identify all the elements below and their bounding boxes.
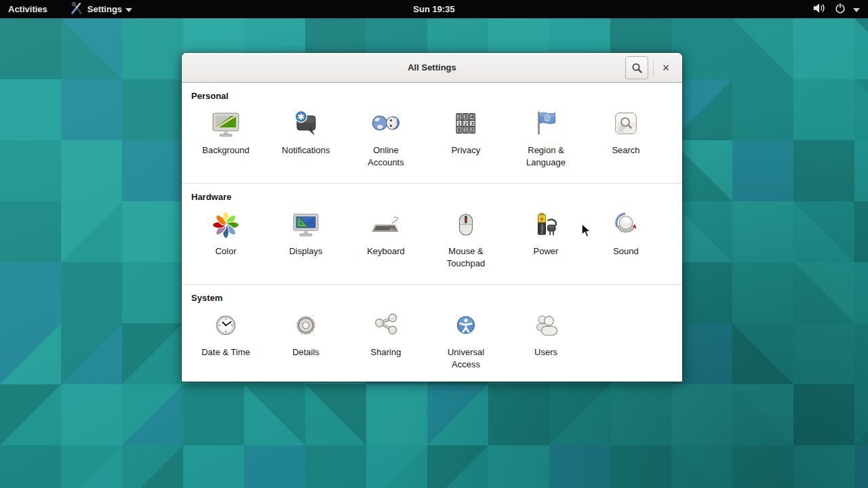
online-accounts-icon — [370, 107, 402, 140]
svg-text:0: 0 — [458, 127, 461, 133]
settings-item-users[interactable]: Users — [506, 309, 586, 370]
svg-text:✱: ✱ — [298, 112, 305, 122]
settings-item-privacy[interactable]: 2 1 0 3 2 1 4 3 2 Privacy — [426, 107, 506, 168]
privacy-icon: 2 1 0 3 2 1 4 3 2 — [450, 107, 482, 140]
item-label: Search — [612, 144, 639, 157]
section-title: System — [191, 293, 682, 304]
item-label: Displays — [289, 245, 322, 258]
system-status-area[interactable] — [810, 0, 863, 18]
svg-text:1: 1 — [458, 121, 461, 127]
settings-item-date-time[interactable]: Date & Time — [186, 309, 266, 370]
svg-text:2: 2 — [471, 127, 474, 133]
section-hardware: Hardware Color Displays Keyboard Mouse &… — [182, 183, 682, 284]
svg-text:2: 2 — [464, 121, 467, 127]
section-personal: Personal Background ✱Notifications Onlin… — [182, 83, 682, 183]
sound-icon — [610, 208, 642, 241]
notifications-icon: ✱ — [290, 107, 322, 140]
svg-text:3: 3 — [471, 121, 474, 127]
power-icon — [834, 2, 846, 16]
settings-item-background[interactable]: Background — [186, 107, 266, 168]
titlebar[interactable]: All Settings × — [182, 53, 682, 83]
section-system: System Date & Time Details Sharing Unive… — [182, 284, 682, 382]
settings-item-notifications[interactable]: ✱Notifications — [266, 107, 346, 168]
settings-item-region-language[interactable]: Region & Language — [506, 107, 586, 168]
background-icon — [210, 107, 242, 140]
svg-text:POWER: POWER — [541, 224, 544, 234]
universal-access-icon — [450, 309, 482, 342]
settings-app-icon — [69, 1, 84, 18]
svg-text:3: 3 — [464, 114, 467, 120]
app-menu-label: Settings — [87, 4, 122, 14]
settings-item-power[interactable]: POWER Power — [506, 208, 586, 269]
date-time-icon — [210, 309, 242, 342]
settings-item-sharing[interactable]: Sharing — [346, 309, 426, 370]
chevron-down-icon — [125, 4, 132, 14]
app-menu[interactable]: Settings — [65, 0, 136, 18]
item-label: Sound — [613, 245, 639, 258]
item-label: Sharing — [371, 346, 401, 359]
item-label: Region & Language — [515, 144, 577, 168]
top-bar: Activities Settings Sun 19:35 — [0, 0, 868, 18]
item-label: Color — [215, 245, 236, 258]
settings-item-mouse-touchpad[interactable]: Mouse & Touchpad — [426, 208, 506, 269]
search-icon — [626, 62, 648, 74]
item-label: Mouse & Touchpad — [435, 245, 497, 269]
search-button[interactable] — [625, 56, 648, 79]
item-label: Background — [202, 144, 249, 157]
color-icon — [210, 208, 242, 241]
item-label: Users — [534, 346, 557, 359]
svg-text:1: 1 — [464, 127, 467, 133]
item-label: Details — [292, 346, 319, 359]
section-title: Personal — [191, 91, 682, 102]
settings-item-search[interactable]: Search — [586, 107, 666, 168]
settings-window: All Settings × Personal Background ✱Noti… — [182, 53, 682, 382]
close-button[interactable]: × — [656, 56, 675, 79]
power-icon: POWER — [530, 208, 562, 241]
item-label: Notifications — [282, 144, 330, 157]
svg-text:2: 2 — [458, 114, 461, 120]
volume-icon — [812, 2, 827, 16]
item-label: Power — [534, 245, 559, 258]
settings-item-color[interactable]: Color — [186, 208, 266, 269]
activities-button[interactable]: Activities — [0, 0, 56, 18]
settings-item-displays[interactable]: Displays — [266, 208, 346, 269]
settings-item-universal-access[interactable]: Universal Access — [426, 309, 506, 370]
settings-item-sound[interactable]: Sound — [586, 208, 666, 269]
item-label: Universal Access — [435, 346, 497, 370]
titlebar-separator — [653, 60, 654, 76]
settings-panel: Personal Background ✱Notifications Onlin… — [182, 83, 682, 382]
item-label: Privacy — [452, 144, 481, 157]
clock-button[interactable]: Sun 19:35 — [405, 0, 462, 18]
svg-text:4: 4 — [471, 114, 474, 120]
users-icon — [530, 309, 562, 342]
item-label: Keyboard — [367, 245, 405, 258]
displays-icon — [290, 208, 322, 241]
settings-item-keyboard[interactable]: Keyboard — [346, 208, 426, 269]
chevron-down-icon — [853, 4, 860, 14]
keyboard-icon — [370, 208, 402, 241]
search-icon — [610, 107, 642, 140]
details-icon — [290, 309, 322, 342]
sharing-icon — [370, 309, 402, 342]
mouse-touchpad-icon — [450, 208, 482, 241]
window-title: All Settings — [182, 53, 682, 83]
section-title: Hardware — [191, 192, 682, 203]
item-label: Online Accounts — [355, 144, 417, 168]
item-label: Date & Time — [201, 346, 250, 359]
desktop: Activities Settings Sun 19:35 — [0, 0, 868, 488]
settings-item-online-accounts[interactable]: Online Accounts — [346, 107, 426, 168]
settings-item-details[interactable]: Details — [266, 309, 346, 370]
region-language-icon — [530, 107, 562, 140]
